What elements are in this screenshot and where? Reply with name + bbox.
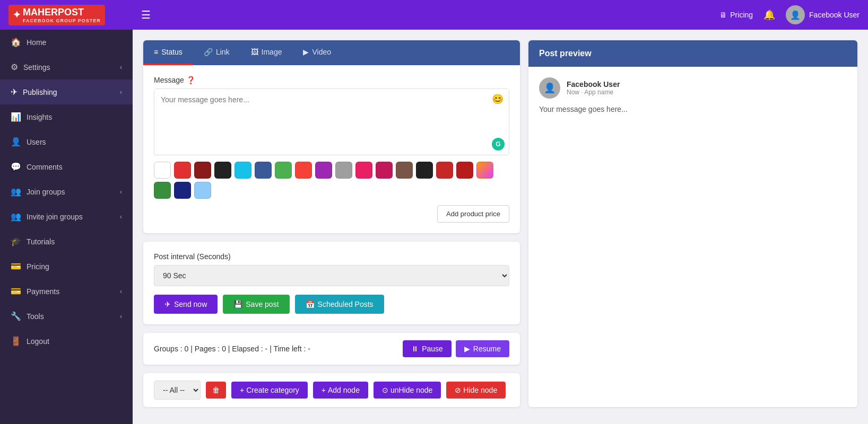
sidebar-item-invite-join[interactable]: 👥 Invite join groups ‹: [0, 204, 133, 229]
status-tab-icon: ≡: [154, 48, 158, 56]
sidebar: 🏠 Home ⚙ Settings ‹ ✈ Publishing ‹ 📊 Ins…: [0, 30, 133, 424]
sidebar-label-join-groups: Join groups: [27, 188, 115, 196]
swatch-crimson[interactable]: [436, 162, 453, 179]
color-swatches: [154, 162, 509, 199]
swatch-gray[interactable]: [335, 162, 352, 179]
status-bar: Groups : 0 | Pages : 0 | Elapsed : - | T…: [143, 333, 520, 365]
preview-message: Your message goes here...: [539, 105, 847, 113]
send-icon: ✈: [164, 300, 171, 308]
unhide-node-button[interactable]: ⊙ unHide node: [374, 382, 441, 399]
preview-user-row: 👤 Facebook User Now · App name: [539, 77, 847, 99]
swatch-gradient1[interactable]: [476, 162, 493, 179]
layout: 🏠 Home ⚙ Settings ‹ ✈ Publishing ‹ 📊 Ins…: [0, 30, 868, 424]
message-textarea[interactable]: [154, 89, 509, 153]
user-menu[interactable]: 👤 Facebook User: [786, 5, 860, 24]
sidebar-item-settings[interactable]: ⚙ Settings ‹: [0, 55, 133, 80]
interval-label: Post interval (Seconds): [154, 252, 509, 261]
menu-icon[interactable]: ☰: [141, 8, 151, 21]
logo-sub: FACEBOOK GROUP POSTER: [23, 18, 101, 23]
settings-icon: ⚙: [11, 62, 18, 72]
create-category-button[interactable]: + Create category: [231, 382, 308, 399]
swatch-darkpink[interactable]: [376, 162, 393, 179]
sidebar-item-home[interactable]: 🏠 Home: [0, 30, 133, 55]
publishing-icon: ✈: [11, 87, 18, 97]
left-column: ≡ Status 🔗 Link 🖼 Image ▶: [143, 40, 520, 407]
swatch-white[interactable]: [154, 162, 171, 179]
sidebar-item-tools[interactable]: 🔧 Tools ‹: [0, 304, 133, 329]
brand: ✦ MAHERPOST FACEBOOK GROUP POSTER: [8, 5, 141, 25]
add-product-price-row: Add product price: [154, 205, 509, 223]
swatch-red[interactable]: [174, 162, 191, 179]
link-tab-icon: 🔗: [204, 48, 213, 56]
navbar: ✦ MAHERPOST FACEBOOK GROUP POSTER ☰ 🖥 Pr…: [0, 0, 868, 30]
tab-link[interactable]: 🔗 Link: [193, 40, 240, 65]
swatch-orange-red[interactable]: [295, 162, 312, 179]
save-post-button[interactable]: 💾 Save post: [223, 295, 289, 314]
sidebar-label-payments: Payments: [27, 287, 115, 296]
category-select[interactable]: -- All --: [154, 381, 201, 400]
send-now-button[interactable]: ✈ Send now: [154, 295, 218, 314]
unhide-icon: ⊙: [382, 386, 388, 394]
sidebar-item-payments[interactable]: 💳 Payments ‹: [0, 279, 133, 304]
swatch-pink[interactable]: [355, 162, 372, 179]
swatch-maroon[interactable]: [456, 162, 473, 179]
preview-username: Facebook User: [567, 80, 620, 89]
sidebar-item-logout[interactable]: 🚪 Logout: [0, 329, 133, 354]
swatch-green[interactable]: [275, 162, 292, 179]
status-tab-label: Status: [161, 48, 183, 56]
trash-icon: 🗑: [212, 386, 220, 394]
sidebar-item-users[interactable]: 👤 Users: [0, 129, 133, 154]
sidebar-item-comments[interactable]: 💬 Comments: [0, 154, 133, 179]
message-label: Message ❓: [154, 76, 509, 84]
interval-select[interactable]: 90 Sec 30 Sec 60 Sec 120 Sec 180 Sec 300…: [154, 265, 509, 286]
navbar-right: 🖥 Pricing 🔔 👤 Facebook User: [719, 5, 860, 24]
insights-icon: 📊: [11, 112, 21, 122]
swatch-darkgreen[interactable]: [154, 182, 171, 199]
add-node-button[interactable]: + Add node: [313, 382, 368, 399]
swatch-lightblue[interactable]: [194, 182, 211, 199]
pricing-link[interactable]: 🖥 Pricing: [719, 11, 753, 19]
swatch-darkblack[interactable]: [416, 162, 433, 179]
sidebar-item-insights[interactable]: 📊 Insights: [0, 104, 133, 129]
sidebar-label-logout: Logout: [27, 337, 122, 346]
add-product-price-button[interactable]: Add product price: [437, 205, 509, 223]
pause-button[interactable]: ⏸ Pause: [403, 340, 452, 357]
emoji-icon[interactable]: 😊: [492, 93, 504, 105]
users-icon: 👤: [11, 137, 21, 147]
bell-icon[interactable]: 🔔: [763, 9, 775, 21]
swatch-black[interactable]: [214, 162, 231, 179]
tab-video[interactable]: ▶ Video: [292, 40, 342, 65]
save-icon: 💾: [233, 300, 242, 308]
video-tab-icon: ▶: [303, 48, 309, 56]
scheduled-posts-button[interactable]: 📅 Scheduled Posts: [295, 295, 384, 314]
swatch-darkred[interactable]: [194, 162, 211, 179]
resume-button[interactable]: ▶ Resume: [456, 340, 509, 357]
interval-card: Post interval (Seconds) 90 Sec 30 Sec 60…: [143, 242, 520, 324]
swatch-navy[interactable]: [174, 182, 191, 199]
hide-node-button[interactable]: ⊘ Hide node: [446, 382, 506, 399]
post-tabs: ≡ Status 🔗 Link 🖼 Image ▶: [143, 40, 520, 65]
sidebar-item-publishing[interactable]: ✈ Publishing ‹: [0, 80, 133, 104]
swatch-purple[interactable]: [315, 162, 332, 179]
tutorials-icon: 🎓: [11, 236, 21, 246]
sidebar-item-tutorials[interactable]: 🎓 Tutorials: [0, 229, 133, 254]
swatch-cyan[interactable]: [235, 162, 251, 179]
tools-icon: 🔧: [11, 311, 21, 321]
swatch-brown[interactable]: [396, 162, 413, 179]
two-col-layout: ≡ Status 🔗 Link 🖼 Image ▶: [143, 40, 857, 407]
hide-icon: ⊘: [455, 386, 461, 394]
sidebar-label-home: Home: [27, 38, 122, 47]
sidebar-item-pricing[interactable]: 💳 Pricing: [0, 254, 133, 279]
preview-body: 👤 Facebook User Now · App name Your mess…: [528, 67, 857, 124]
plus-icon-add: +: [322, 386, 326, 394]
plus-icon-create: +: [240, 386, 244, 394]
chevron-icon-invite: ‹: [120, 213, 122, 220]
sidebar-item-join-groups[interactable]: 👥 Join groups ‹: [0, 179, 133, 204]
sidebar-label-pricing: Pricing: [27, 262, 122, 271]
swatch-blue[interactable]: [255, 162, 272, 179]
tab-image[interactable]: 🖼 Image: [240, 40, 293, 65]
status-text: Groups : 0 | Pages : 0 | Elapsed : - | T…: [154, 344, 310, 353]
tab-status[interactable]: ≡ Status: [143, 40, 193, 65]
delete-button[interactable]: 🗑: [206, 382, 226, 399]
preview-card: Post preview 👤 Facebook User Now · App n…: [528, 40, 857, 407]
